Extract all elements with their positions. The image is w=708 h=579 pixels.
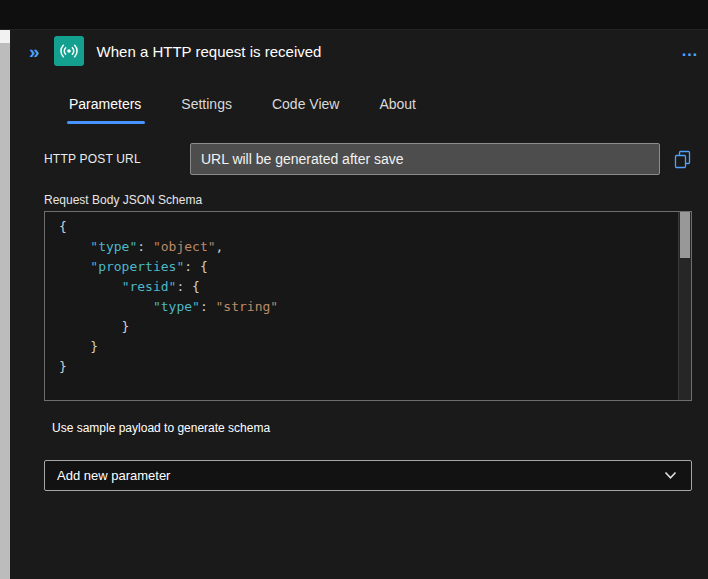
tab-bar: Parameters Settings Code View About: [68, 92, 417, 124]
add-parameter-dropdown[interactable]: Add new parameter: [44, 460, 692, 491]
code-line: {: [59, 217, 677, 237]
tab-label: About: [379, 96, 416, 112]
code-line: "type": "string": [59, 297, 677, 317]
code-line: }: [59, 357, 677, 377]
ellipsis-menu-icon[interactable]: …: [681, 48, 699, 55]
http-post-url-row: HTTP POST URL URL will be generated afte…: [44, 143, 692, 175]
sample-payload-link[interactable]: Use sample payload to generate schema: [52, 421, 270, 435]
code-line: "properties": {: [59, 257, 677, 277]
http-post-url-label: HTTP POST URL: [44, 152, 190, 166]
tab-label: Settings: [181, 96, 232, 112]
chevron-down-icon: [664, 471, 677, 480]
tab-about[interactable]: About: [378, 92, 417, 124]
add-parameter-label: Add new parameter: [57, 468, 170, 483]
schema-editor[interactable]: { "type": "object", "properties": { "res…: [44, 211, 692, 401]
trigger-panel: » When a HTTP request is received … Para…: [10, 30, 708, 579]
code-line: "resid": {: [59, 277, 677, 297]
left-scrollbar-thumb[interactable]: [0, 30, 10, 43]
tab-code-view[interactable]: Code View: [271, 92, 340, 124]
expand-panel-icon[interactable]: »: [29, 42, 40, 61]
schema-editor-code: { "type": "object", "properties": { "res…: [45, 212, 677, 400]
left-scrollbar[interactable]: [0, 30, 10, 579]
code-line: "type": "object",: [59, 237, 677, 257]
tab-parameters[interactable]: Parameters: [68, 92, 142, 124]
tab-label: Code View: [272, 96, 339, 112]
schema-label: Request Body JSON Schema: [44, 193, 202, 207]
editor-scrollbar[interactable]: [678, 212, 691, 400]
http-post-url-field[interactable]: URL will be generated after save: [190, 143, 660, 175]
flow-designer-screen: » When a HTTP request is received … Para…: [0, 0, 708, 579]
editor-scrollbar-thumb[interactable]: [680, 212, 690, 258]
panel-header: » When a HTTP request is received …: [10, 33, 708, 69]
copy-icon: [674, 150, 691, 169]
code-line: }: [59, 317, 677, 337]
http-request-icon: [54, 36, 84, 66]
panel-title: When a HTTP request is received: [97, 43, 322, 60]
tab-label: Parameters: [69, 96, 141, 112]
copy-url-button[interactable]: [672, 148, 692, 170]
http-post-url-value: URL will be generated after save: [201, 151, 404, 167]
code-line: }: [59, 337, 677, 357]
top-bar: [0, 0, 708, 30]
tab-settings[interactable]: Settings: [180, 92, 233, 124]
